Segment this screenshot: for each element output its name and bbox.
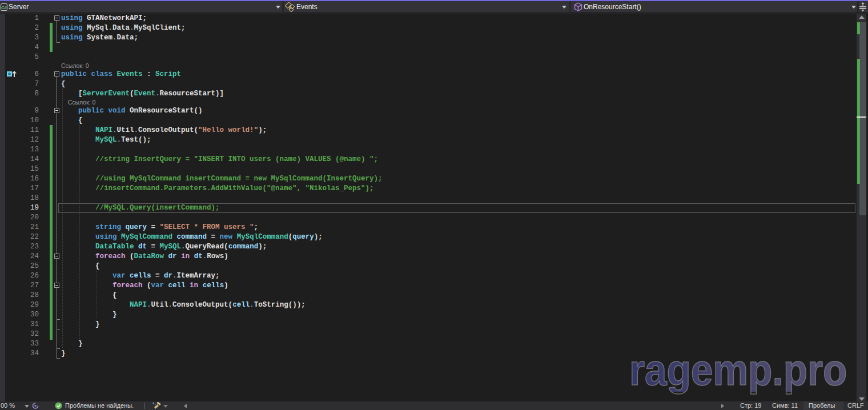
svg-text:C#: C# xyxy=(1,5,7,10)
